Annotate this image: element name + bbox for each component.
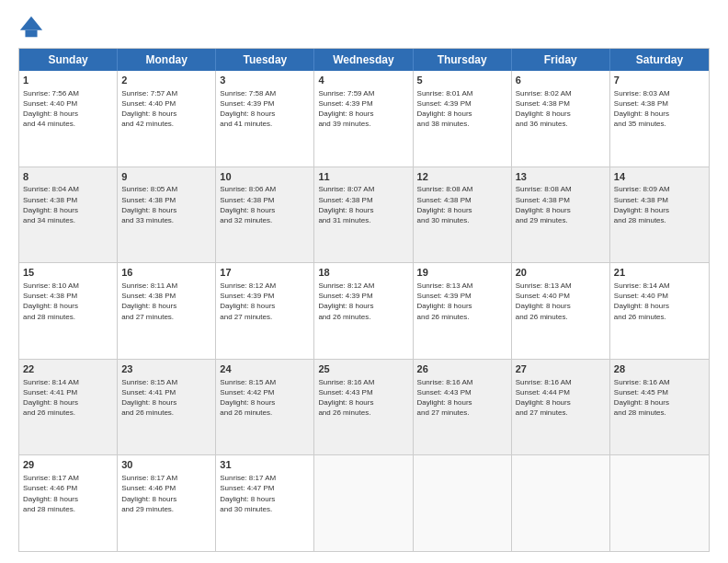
day-info: Sunrise: 8:08 AMSunset: 4:38 PMDaylight:… [417,184,507,225]
empty-cell [512,455,610,551]
day-cell-14: 14Sunrise: 8:09 AMSunset: 4:38 PMDayligh… [610,167,709,263]
day-cell-26: 26Sunrise: 8:16 AMSunset: 4:43 PMDayligh… [414,360,512,455]
day-number: 24 [220,362,310,376]
day-cell-1: 1Sunrise: 7:56 AMSunset: 4:40 PMDaylight… [19,71,118,167]
day-cell-28: 28Sunrise: 8:16 AMSunset: 4:45 PMDayligh… [610,360,709,455]
day-info: Sunrise: 8:04 AMSunset: 4:38 PMDaylight:… [23,184,113,225]
day-cell-29: 29Sunrise: 8:17 AMSunset: 4:46 PMDayligh… [19,455,118,551]
day-info: Sunrise: 8:16 AMSunset: 4:44 PMDaylight:… [516,377,606,419]
day-cell-12: 12Sunrise: 8:08 AMSunset: 4:38 PMDayligh… [414,167,512,263]
day-cell-4: 4Sunrise: 7:59 AMSunset: 4:39 PMDaylight… [314,71,413,167]
day-info: Sunrise: 8:15 AMSunset: 4:42 PMDaylight:… [220,377,310,419]
day-cell-7: 7Sunrise: 8:03 AMSunset: 4:38 PMDaylight… [610,71,709,167]
calendar-week-2: 8Sunrise: 8:04 AMSunset: 4:38 PMDaylight… [19,167,709,264]
day-info: Sunrise: 8:14 AMSunset: 4:41 PMDaylight:… [23,377,113,419]
day-number: 15 [23,266,113,280]
day-info: Sunrise: 8:16 AMSunset: 4:43 PMDaylight:… [318,377,408,419]
logo-icon [18,15,44,40]
day-info: Sunrise: 8:08 AMSunset: 4:38 PMDaylight:… [516,184,606,225]
day-info: Sunrise: 8:15 AMSunset: 4:41 PMDaylight:… [121,377,211,419]
day-number: 11 [318,170,408,184]
empty-cell [314,455,413,551]
day-cell-10: 10Sunrise: 8:06 AMSunset: 4:38 PMDayligh… [216,167,314,263]
day-cell-19: 19Sunrise: 8:13 AMSunset: 4:39 PMDayligh… [414,263,512,359]
day-number: 26 [417,362,507,376]
day-number: 2 [121,74,211,87]
header-day-thursday: Thursday [414,49,512,71]
day-number: 13 [516,170,606,184]
empty-cell [610,455,709,551]
day-number: 14 [614,170,705,184]
day-number: 19 [417,266,507,280]
day-cell-3: 3Sunrise: 7:58 AMSunset: 4:39 PMDaylight… [216,71,314,167]
day-cell-17: 17Sunrise: 8:12 AMSunset: 4:39 PMDayligh… [216,263,314,359]
day-info: Sunrise: 8:10 AMSunset: 4:38 PMDaylight:… [23,281,113,322]
day-number: 16 [121,266,211,280]
day-cell-9: 9Sunrise: 8:05 AMSunset: 4:38 PMDaylight… [118,167,216,263]
day-info: Sunrise: 8:17 AMSunset: 4:46 PMDaylight:… [23,473,113,514]
day-info: Sunrise: 7:56 AMSunset: 4:40 PMDaylight:… [23,88,113,130]
day-number: 17 [220,266,310,280]
day-info: Sunrise: 8:13 AMSunset: 4:40 PMDaylight:… [516,281,606,322]
day-info: Sunrise: 8:17 AMSunset: 4:46 PMDaylight:… [121,473,211,514]
day-cell-15: 15Sunrise: 8:10 AMSunset: 4:38 PMDayligh… [19,263,118,359]
day-number: 7 [614,74,705,87]
day-info: Sunrise: 7:59 AMSunset: 4:39 PMDaylight:… [318,88,408,130]
day-info: Sunrise: 7:58 AMSunset: 4:39 PMDaylight:… [220,88,310,130]
day-cell-6: 6Sunrise: 8:02 AMSunset: 4:38 PMDaylight… [512,71,610,167]
header-day-monday: Monday [118,49,216,71]
day-cell-13: 13Sunrise: 8:08 AMSunset: 4:38 PMDayligh… [512,167,610,263]
day-number: 22 [23,362,113,376]
day-info: Sunrise: 8:03 AMSunset: 4:38 PMDaylight:… [614,88,705,130]
day-info: Sunrise: 8:05 AMSunset: 4:38 PMDaylight:… [121,184,211,225]
day-info: Sunrise: 8:16 AMSunset: 4:43 PMDaylight:… [417,377,507,419]
day-number: 1 [23,74,113,87]
page: SundayMondayTuesdayWednesdayThursdayFrid… [0,0,728,563]
day-info: Sunrise: 8:12 AMSunset: 4:39 PMDaylight:… [220,281,310,322]
day-info: Sunrise: 8:02 AMSunset: 4:38 PMDaylight:… [516,88,606,130]
day-cell-18: 18Sunrise: 8:12 AMSunset: 4:39 PMDayligh… [314,263,413,359]
day-number: 4 [318,74,408,87]
day-number: 10 [220,170,310,184]
calendar-week-3: 15Sunrise: 8:10 AMSunset: 4:38 PMDayligh… [19,263,709,360]
day-info: Sunrise: 8:12 AMSunset: 4:39 PMDaylight:… [318,281,408,322]
day-cell-5: 5Sunrise: 8:01 AMSunset: 4:39 PMDaylight… [414,71,512,167]
day-number: 9 [121,170,211,184]
day-number: 27 [516,362,606,376]
day-info: Sunrise: 8:01 AMSunset: 4:39 PMDaylight:… [417,88,507,130]
day-cell-20: 20Sunrise: 8:13 AMSunset: 4:40 PMDayligh… [512,263,610,359]
calendar-week-4: 22Sunrise: 8:14 AMSunset: 4:41 PMDayligh… [19,360,709,456]
day-number: 8 [23,170,113,184]
header-day-saturday: Saturday [610,49,709,71]
day-cell-24: 24Sunrise: 8:15 AMSunset: 4:42 PMDayligh… [216,360,314,455]
day-cell-16: 16Sunrise: 8:11 AMSunset: 4:38 PMDayligh… [118,263,216,359]
calendar-week-5: 29Sunrise: 8:17 AMSunset: 4:46 PMDayligh… [19,455,709,551]
header-day-tuesday: Tuesday [216,49,314,71]
day-number: 31 [220,458,310,472]
day-cell-23: 23Sunrise: 8:15 AMSunset: 4:41 PMDayligh… [118,360,216,455]
header-day-sunday: Sunday [19,49,118,71]
day-cell-30: 30Sunrise: 8:17 AMSunset: 4:46 PMDayligh… [118,455,216,551]
day-cell-11: 11Sunrise: 8:07 AMSunset: 4:38 PMDayligh… [314,167,413,263]
day-info: Sunrise: 8:13 AMSunset: 4:39 PMDaylight:… [417,281,507,322]
header [18,15,710,40]
day-number: 21 [614,266,705,280]
day-info: Sunrise: 8:14 AMSunset: 4:40 PMDaylight:… [614,281,705,322]
header-day-friday: Friday [512,49,610,71]
day-info: Sunrise: 8:06 AMSunset: 4:38 PMDaylight:… [220,184,310,225]
day-number: 12 [417,170,507,184]
day-number: 28 [614,362,705,376]
day-cell-8: 8Sunrise: 8:04 AMSunset: 4:38 PMDaylight… [19,167,118,263]
day-info: Sunrise: 8:11 AMSunset: 4:38 PMDaylight:… [121,281,211,322]
logo [18,15,48,40]
calendar: SundayMondayTuesdayWednesdayThursdayFrid… [18,48,710,552]
day-info: Sunrise: 8:07 AMSunset: 4:38 PMDaylight:… [318,184,408,225]
calendar-header: SundayMondayTuesdayWednesdayThursdayFrid… [19,49,709,71]
day-info: Sunrise: 8:16 AMSunset: 4:45 PMDaylight:… [614,377,705,419]
calendar-body: 1Sunrise: 7:56 AMSunset: 4:40 PMDaylight… [19,71,709,551]
day-number: 23 [121,362,211,376]
empty-cell [414,455,512,551]
day-number: 18 [318,266,408,280]
day-number: 25 [318,362,408,376]
day-cell-2: 2Sunrise: 7:57 AMSunset: 4:40 PMDaylight… [118,71,216,167]
